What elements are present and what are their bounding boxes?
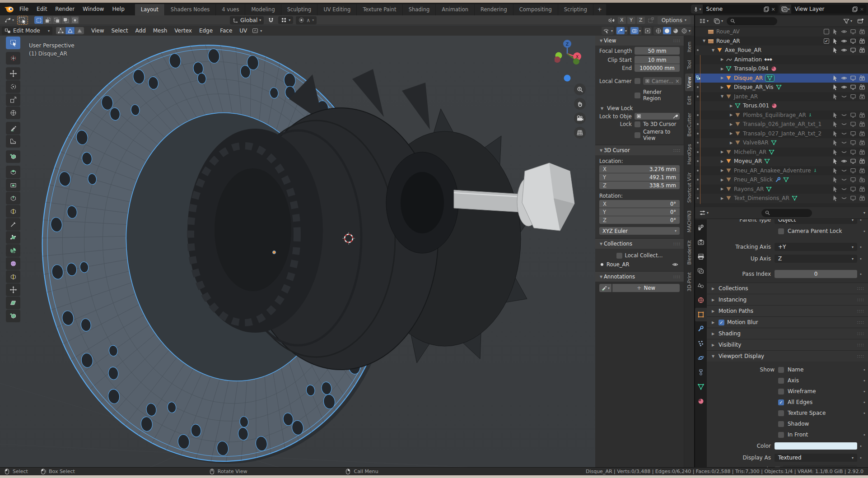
cursor-loc-x[interactable]: X3.276 mm (599, 165, 680, 173)
viewport-menu-mesh[interactable]: Mesh (149, 26, 171, 35)
scene-name[interactable]: Scene (703, 6, 761, 12)
outliner-row-disque_ar[interactable]: ▶Disque_AR (695, 74, 868, 83)
panel-header-motion-blur[interactable]: ▶✓Motion Blur:::: (707, 316, 868, 328)
clip-start-field[interactable]: 10 mm (635, 56, 680, 64)
workspace-tab-rendering[interactable]: Rendering (475, 4, 513, 15)
visibility-eye-icon[interactable] (841, 28, 847, 35)
visibility-eye-closed-icon[interactable] (841, 195, 847, 201)
visibility-eye-closed-icon[interactable] (841, 186, 847, 192)
selectable-icon[interactable] (832, 139, 838, 146)
expand-closed-icon[interactable]: ▶ (728, 122, 734, 126)
workspace-tab-shaders-nodes[interactable]: Shaders Nodes (165, 4, 215, 15)
menu-window[interactable]: Window (79, 4, 108, 14)
name-checkbox[interactable] (778, 367, 784, 373)
smooth-tool-button[interactable] (6, 257, 20, 270)
3d-cursor-header[interactable]: ▼3D Cursor:::: (595, 145, 684, 155)
visibility-eye-icon[interactable] (841, 47, 847, 53)
workspace-tab-layout[interactable]: Layout (135, 4, 164, 15)
loop-cut-tool-button[interactable] (6, 205, 20, 218)
knife-tool-button[interactable] (6, 218, 20, 231)
n-panel-tab-item[interactable]: Item (685, 38, 693, 56)
annotation-tool-dropdown[interactable]: ▾ (599, 284, 611, 292)
properties-tab-particles[interactable] (695, 337, 707, 350)
properties-tab-object-data[interactable] (695, 380, 707, 394)
expand-closed-icon[interactable]: ▶ (728, 113, 734, 117)
visibility-eye-closed-icon[interactable] (841, 167, 847, 174)
outliner-row-michelin_ar[interactable]: ▶Michelin_AR (695, 148, 868, 157)
viewport-disable-icon[interactable] (850, 75, 856, 81)
cursor-loc-y[interactable]: Y492.1 mm (599, 173, 680, 181)
motion-blur-checkbox[interactable]: ✓ (719, 320, 724, 325)
pan-hand-icon[interactable] (574, 98, 586, 110)
menu-render[interactable]: Render (51, 4, 79, 14)
workspace-tab-texture-paint[interactable]: Texture Paint (357, 4, 402, 15)
properties-tab-view-layer[interactable] (695, 265, 707, 278)
selectable-icon[interactable] (832, 195, 838, 201)
display-as-dropdown[interactable]: Textured▾ (775, 454, 857, 462)
select-extend-button[interactable] (43, 16, 52, 24)
snap-magnet-icon[interactable] (266, 17, 275, 24)
render-disable-icon[interactable] (859, 167, 865, 174)
selectable-icon[interactable] (832, 75, 838, 81)
gizmos-toggle-icon[interactable] (616, 27, 625, 34)
extrude-region-tool-button[interactable] (6, 166, 20, 178)
viewport-disable-icon[interactable] (850, 112, 856, 118)
selectable-icon[interactable] (832, 130, 838, 137)
viewport-disable-icon[interactable] (850, 195, 856, 201)
view-lock-subheader[interactable]: ▼View Lock (599, 105, 680, 111)
annotations-header[interactable]: ▼Annotations:::: (595, 272, 684, 282)
shading-solid-icon[interactable] (663, 27, 671, 34)
parent-type-dropdown[interactable]: Object▾ (775, 219, 857, 224)
render-disable-icon[interactable] (859, 75, 865, 81)
visibility-eye-closed-icon[interactable] (841, 130, 847, 137)
proportional-editing-dropdown[interactable]: ∧▾ (296, 16, 317, 24)
select-subtract-button[interactable] (52, 16, 61, 24)
workspace-tab-4-vues[interactable]: 4 vues (216, 4, 245, 15)
menu-edit[interactable]: Edit (33, 4, 51, 14)
texture-space-checkbox[interactable] (778, 410, 784, 416)
collection-row[interactable]: Roue_AR (601, 261, 678, 268)
viewport-disable-icon[interactable] (850, 158, 856, 164)
focal-length-field[interactable]: 50 mm (635, 47, 680, 55)
selectable-icon[interactable] (832, 186, 838, 192)
selectable-icon[interactable] (832, 121, 838, 127)
visibility-eye-closed-icon[interactable] (841, 121, 847, 127)
all-edges-checkbox[interactable]: ✓ (778, 399, 784, 405)
properties-tab-material[interactable] (695, 394, 707, 408)
move-tool-button[interactable] (6, 67, 20, 80)
outliner-row-transalp_026_jante_ar_txt_1[interactable]: ▶Transalp_026_Jante_AR_txt_1 (695, 120, 868, 129)
outliner-row-axe_roue_ar[interactable]: ▼Axe_Roue_AR (695, 46, 868, 55)
zoom-icon[interactable] (574, 84, 586, 95)
n-panel-tab-boxcutter[interactable]: BoxCutter (685, 110, 693, 140)
collections-header[interactable]: ▼Collections:::: (595, 239, 684, 249)
properties-options-chevron[interactable]: ▾ (863, 211, 865, 215)
outliner-editor-type-icon[interactable]: ▾ (698, 18, 710, 24)
outliner-row-moyeu_ar[interactable]: ▶Moyeu_AR (695, 157, 868, 166)
panel-header-instancing[interactable]: ▶Instancing:::: (707, 294, 868, 305)
view-layer-browse-icon[interactable]: ▾ (779, 5, 791, 14)
mode-dropdown[interactable]: Edit Mode ▾ (2, 27, 52, 35)
collection-eye-icon[interactable] (672, 262, 678, 267)
add-cube-tool-button[interactable] (6, 150, 20, 163)
select-intersect-button[interactable] (70, 16, 79, 24)
shading-wireframe-icon[interactable] (654, 27, 663, 34)
workspace-tab-uv-editing[interactable]: UV Editing (317, 4, 356, 15)
render-disable-icon[interactable] (859, 195, 865, 201)
workspace-tab-animation[interactable]: Animation (436, 4, 474, 15)
outliner-row-disque_ar_vis[interactable]: ▶Disque_AR_Vis (695, 83, 868, 92)
menu-file[interactable]: File (15, 4, 33, 14)
outliner-row-transalp.094[interactable]: ▶Transalp.094 (695, 64, 868, 74)
workspace-tab-shading[interactable]: Shading (403, 4, 436, 15)
camera-to-view-checkbox[interactable] (635, 132, 640, 138)
render-disable-icon[interactable] (859, 121, 865, 127)
outliner-row-roue_av[interactable]: Roue_AV (695, 27, 868, 37)
n-panel-tab-tool[interactable]: Tool (685, 57, 693, 72)
viewport-disable-icon[interactable] (850, 149, 856, 155)
n-panel-tab-blenderkit[interactable]: BlenderKit (685, 237, 693, 268)
snap-settings-dropdown[interactable]: ▾ (278, 16, 293, 24)
cursor-loc-z[interactable]: Z338.5 mm (599, 181, 680, 189)
expand-closed-icon[interactable]: ▶ (728, 131, 734, 135)
scene-selector[interactable]: ▾ Scene × (691, 5, 778, 14)
collection-exclude-checkbox[interactable] (824, 29, 829, 34)
visibility-eye-closed-icon[interactable] (841, 149, 847, 155)
